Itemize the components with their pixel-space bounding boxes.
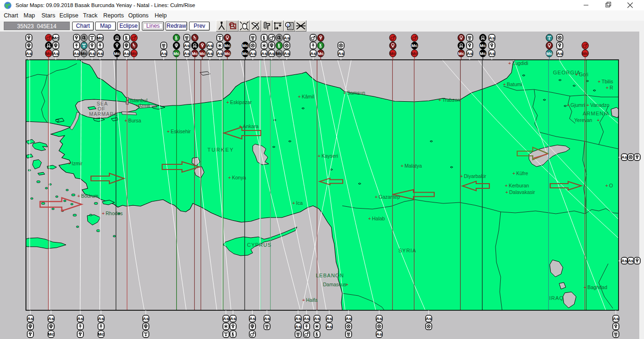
- svg-text:TURKEY: TURKEY: [207, 147, 234, 153]
- svg-text:Mc: Mc: [192, 51, 198, 56]
- svg-text:Mc: Mc: [480, 51, 486, 56]
- svg-text:As: As: [230, 316, 236, 321]
- svg-text:Mc: Mc: [546, 51, 553, 56]
- svg-text:Kerburan: Kerburan: [509, 183, 529, 188]
- svg-text:As: As: [376, 316, 382, 321]
- svg-text:+: +: [226, 100, 229, 105]
- svg-text:+: +: [102, 211, 105, 216]
- svg-text:MARMARA: MARMARA: [89, 111, 118, 117]
- svg-text:As: As: [124, 51, 129, 56]
- svg-text:Ica: Ica: [296, 200, 303, 206]
- svg-text:+: +: [68, 161, 71, 166]
- svg-text:LEBANON: LEBANON: [316, 273, 344, 278]
- svg-text:Mc: Mc: [412, 51, 418, 56]
- svg-text:As: As: [77, 316, 83, 321]
- svg-text:O: O: [609, 183, 613, 188]
- svg-text:As: As: [346, 316, 351, 321]
- svg-text:Mc: Mc: [48, 331, 54, 337]
- svg-text:Mc: Mc: [412, 43, 418, 48]
- svg-text:As: As: [27, 316, 33, 321]
- svg-text:As: As: [376, 331, 382, 337]
- svg-text:Mc: Mc: [318, 51, 324, 56]
- svg-text:As: As: [161, 51, 166, 56]
- svg-text:Dalavakasir: Dalavakasir: [509, 189, 535, 195]
- svg-text:As: As: [613, 316, 619, 321]
- svg-text:+: +: [343, 90, 346, 96]
- svg-text:+: +: [124, 118, 127, 123]
- svg-text:As: As: [98, 316, 104, 321]
- svg-text:+: +: [77, 194, 80, 199]
- svg-text:As: As: [26, 51, 32, 56]
- svg-text:As: As: [621, 154, 627, 160]
- svg-text:Rhodes: Rhodes: [106, 210, 123, 216]
- svg-text:Diyarbakir: Diyarbakir: [464, 173, 487, 179]
- svg-text:Zugdidi: Zugdidi: [512, 60, 528, 66]
- svg-text:+: +: [375, 194, 378, 200]
- svg-text:+: +: [505, 183, 508, 188]
- svg-text:As: As: [628, 258, 634, 263]
- svg-text:Samsun: Samsun: [347, 90, 365, 96]
- svg-text:Mc: Mc: [242, 51, 248, 56]
- svg-text:As: As: [184, 43, 190, 48]
- svg-text:As: As: [48, 316, 54, 321]
- svg-text:Mc: Mc: [98, 331, 104, 337]
- svg-text:+: +: [318, 153, 321, 159]
- svg-text:Mc: Mc: [390, 51, 396, 56]
- svg-text:Eskisehir: Eskisehir: [171, 129, 191, 134]
- svg-text:Mc: Mc: [46, 51, 52, 56]
- svg-text:Haifa: Haifa: [306, 297, 318, 303]
- svg-text:+: +: [302, 298, 305, 303]
- svg-text:Baghdad: Baghdad: [587, 284, 607, 290]
- svg-text:As: As: [326, 316, 332, 321]
- svg-text:+: +: [346, 282, 348, 287]
- svg-text:As: As: [184, 51, 190, 56]
- svg-text:As: As: [295, 324, 301, 329]
- svg-text:+: +: [575, 72, 578, 77]
- svg-text:Gjumri: Gjumri: [570, 102, 585, 108]
- svg-text:As: As: [89, 51, 95, 56]
- svg-text:+: +: [605, 183, 608, 188]
- svg-text:Kâmil: Kâmil: [302, 94, 314, 99]
- svg-text:Yerevan: Yerevan: [574, 117, 592, 123]
- svg-text:+: +: [126, 98, 129, 103]
- svg-text:Izmir: Izmir: [72, 161, 83, 166]
- svg-text:R: R: [610, 85, 613, 90]
- svg-text:Mc: Mc: [224, 51, 231, 56]
- svg-text:Trabzon: Trabzon: [442, 97, 460, 103]
- svg-text:Küfre: Küfre: [516, 170, 528, 176]
- svg-text:+: +: [586, 103, 589, 108]
- svg-text:+: +: [567, 103, 570, 108]
- svg-text:+: +: [228, 175, 231, 180]
- svg-text:As: As: [338, 51, 344, 56]
- svg-text:Izmit: Izmit: [140, 103, 150, 108]
- svg-text:+: +: [505, 190, 508, 195]
- svg-text:ARMENIA: ARMENIA: [583, 111, 610, 116]
- svg-text:As: As: [467, 51, 472, 56]
- svg-text:As: As: [261, 51, 267, 56]
- svg-text:+: +: [401, 163, 404, 169]
- svg-text:Mc: Mc: [97, 35, 103, 40]
- svg-text:+: +: [136, 103, 139, 108]
- svg-text:+: +: [512, 171, 515, 176]
- svg-text:+: +: [503, 82, 506, 87]
- svg-text:Bursa: Bursa: [128, 118, 141, 123]
- svg-text:+: +: [460, 174, 463, 179]
- svg-text:As: As: [269, 51, 274, 56]
- svg-text:As: As: [304, 316, 309, 321]
- svg-text:+: +: [298, 94, 301, 99]
- svg-text:+: +: [606, 85, 609, 90]
- svg-text:+: +: [239, 124, 242, 129]
- svg-text:As: As: [207, 51, 213, 56]
- svg-text:+: +: [368, 216, 371, 221]
- svg-text:+: +: [292, 201, 295, 206]
- svg-text:As: As: [326, 324, 332, 329]
- svg-text:Vanadzo: Vanadzo: [590, 102, 610, 108]
- svg-text:As: As: [264, 316, 270, 321]
- svg-text:Gazantep: Gazantep: [379, 194, 400, 200]
- svg-text:Eskipazar: Eskipazar: [230, 99, 252, 105]
- svg-text:Mc: Mc: [276, 51, 282, 56]
- svg-text:+: +: [598, 79, 601, 84]
- svg-text:+: +: [438, 97, 441, 103]
- svg-text:As: As: [207, 43, 213, 48]
- svg-text:Bodrum: Bodrum: [81, 193, 99, 199]
